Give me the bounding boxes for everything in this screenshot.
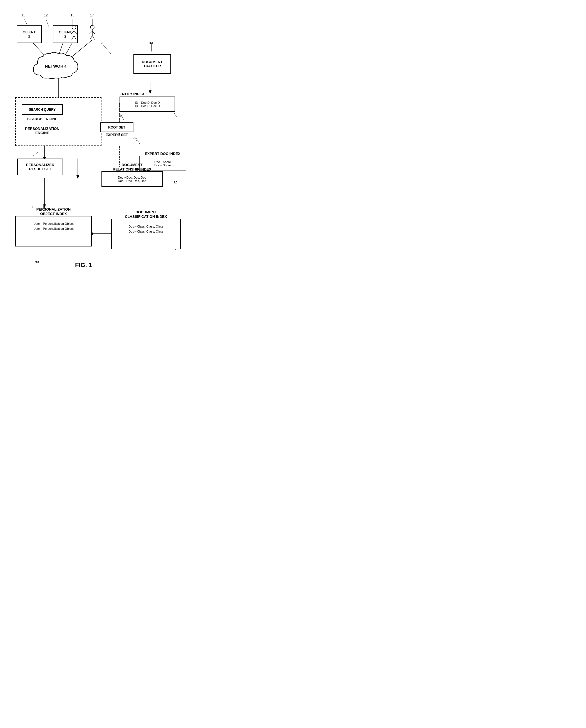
expert-doc-index-title: EXPERT DOC INDEX: [139, 152, 186, 156]
svg-marker-20: [76, 175, 79, 179]
svg-line-48: [92, 35, 95, 40]
personalization-engine-label: PERSONALIZATION ENGINE: [22, 127, 63, 135]
ref-30: 30: [149, 41, 153, 45]
figure-label: FIG. 1: [75, 261, 92, 269]
network-cloud: NETWORK: [29, 51, 82, 82]
ref-15: 15: [71, 14, 74, 17]
ref-75: 75: [133, 136, 136, 140]
person2: [88, 25, 96, 40]
client1-box: CLIENT 1: [17, 25, 42, 43]
personalized-result-set-box: PERSONALIZED RESULT SET: [17, 158, 63, 175]
svg-text:NETWORK: NETWORK: [45, 64, 66, 69]
entity-index-title: ENTITY INDEX: [119, 92, 175, 96]
search-query-label: SEARCH QUERY: [29, 108, 56, 111]
document-tracker-label: DOCUMENT TRACKER: [142, 60, 163, 68]
svg-line-42: [74, 35, 76, 40]
svg-line-31: [138, 141, 140, 144]
root-set-container: ROOT SET EXPERT SET: [100, 122, 133, 136]
doc-relationship-container: DOCUMENTRELATIONSHIP INDEX Doc→Doc, Doc,…: [102, 163, 163, 187]
svg-line-41: [72, 35, 74, 40]
svg-point-43: [90, 25, 94, 29]
svg-line-40: [74, 31, 77, 34]
ref-70: 70: [119, 114, 123, 118]
personalization-obj-title: PERSONALIZATIONOBJECT INDEX: [15, 207, 92, 216]
ref-80: 80: [174, 181, 177, 185]
entity-index-box: ID→DocID, DocID ID→DocID, DocID: [119, 97, 175, 112]
client1-label: CLIENT 1: [23, 30, 36, 39]
search-query-box: SEARCH QUERY: [22, 104, 63, 115]
svg-line-39: [71, 31, 74, 34]
svg-line-47: [90, 35, 92, 40]
root-set-box: ROOT SET: [100, 122, 133, 132]
personalization-obj-container: PERSONALIZATIONOBJECT INDEX User→Persona…: [15, 207, 92, 247]
svg-line-25: [103, 45, 111, 54]
personalized-result-set-label: PERSONALIZED RESULT SET: [26, 163, 54, 171]
personalization-obj-box: User→Personalization Object User→Persona…: [15, 216, 92, 247]
search-engine-label: SEARCH ENGINE: [22, 117, 63, 121]
doc-relationship-box: Doc→Doc, Doc, Doc Doc→Doc, Doc, Doc: [102, 171, 163, 187]
diagram: 10 12 15 17 20 30 45 40 70 75 60 65 80 5…: [0, 0, 222, 278]
doc-classification-box: Doc→Class, Class, Class Doc→Class, Class…: [111, 219, 181, 249]
ref-17: 17: [90, 14, 94, 17]
person1: [70, 25, 78, 40]
svg-point-37: [72, 25, 76, 29]
document-tracker-box: DOCUMENT TRACKER: [133, 54, 171, 74]
ref-90: 90: [35, 260, 38, 264]
doc-classification-title: DOCUMENTCLASSIFICATION INDEX: [111, 210, 181, 219]
svg-line-46: [92, 31, 95, 34]
ref-20: 20: [101, 41, 104, 45]
svg-line-34: [33, 152, 37, 156]
ref-12: 12: [44, 14, 48, 17]
doc-relationship-title: DOCUMENTRELATIONSHIP INDEX: [102, 163, 163, 171]
doc-classification-container: DOCUMENTCLASSIFICATION INDEX Doc→Class, …: [111, 210, 181, 249]
svg-line-45: [89, 31, 92, 34]
svg-line-22: [46, 19, 49, 26]
entity-index-container: ENTITY INDEX ID→DocID, DocID ID→DocID, D…: [119, 92, 175, 111]
expert-set-label: EXPERT SET: [100, 133, 133, 137]
ref-10: 10: [22, 14, 25, 17]
